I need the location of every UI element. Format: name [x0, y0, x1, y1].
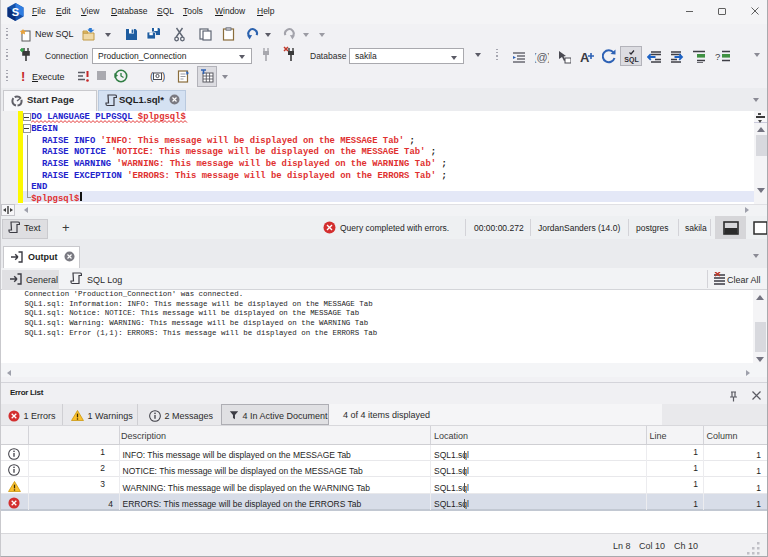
svg-text:A: A [580, 50, 590, 64]
svg-text:): ) [162, 71, 165, 82]
svg-text:S: S [12, 6, 19, 18]
svg-text:SQL: SQL [624, 56, 639, 64]
svg-text:?: ? [715, 51, 720, 62]
svg-text:(@): (@) [535, 51, 549, 63]
